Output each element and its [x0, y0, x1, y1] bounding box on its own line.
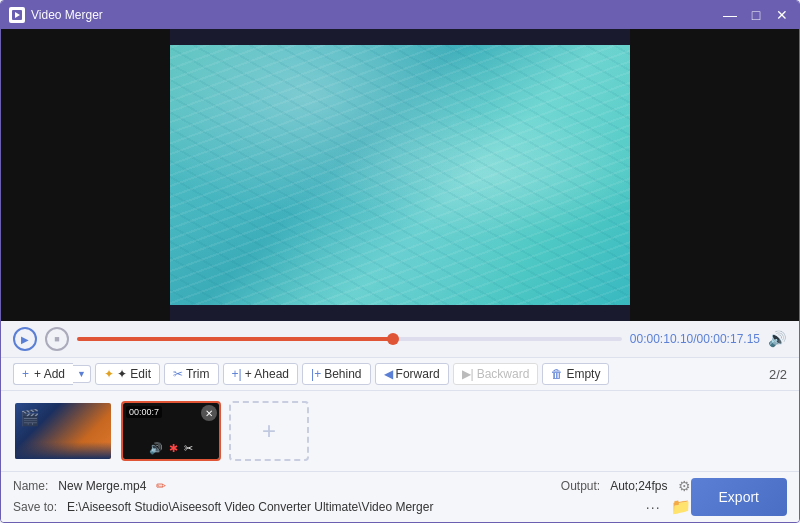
trim-icon: ✂ — [173, 367, 183, 381]
time-display: 00:00:10.10/00:00:17.15 — [630, 332, 760, 346]
video-area — [1, 29, 799, 321]
close-button[interactable]: ✕ — [773, 6, 791, 24]
maximize-button[interactable]: □ — [747, 6, 765, 24]
clip-item[interactable]: 🎬 — [13, 401, 113, 461]
save-row: Save to: E:\Aiseesoft Studio\Aiseesoft V… — [13, 497, 691, 516]
video-preview — [170, 45, 630, 305]
add-button[interactable]: + + Add — [13, 363, 73, 385]
titlebar: Video Merger — □ ✕ — [1, 1, 799, 29]
folder-icon[interactable]: 📁 — [671, 497, 691, 516]
video-lines — [170, 45, 630, 305]
play-button[interactable]: ▶ — [13, 327, 37, 351]
output-settings-icon[interactable]: ⚙ — [678, 478, 691, 494]
edit-icon: ✦ — [104, 367, 114, 381]
clip-close-button[interactable]: ✕ — [201, 405, 217, 421]
minimize-button[interactable]: — — [721, 6, 739, 24]
clip-item-active[interactable]: 00:00:7 ✕ 🔊 ✱ ✂ — [121, 401, 221, 461]
add-clip-icon: + — [262, 417, 276, 445]
more-options-button[interactable]: ··· — [646, 499, 661, 515]
clip-audio-icon: 🔊 — [149, 442, 163, 455]
output-value: Auto;24fps — [610, 479, 667, 493]
behind-button[interactable]: |+ Behind — [302, 363, 371, 385]
empty-button[interactable]: 🗑 Empty — [542, 363, 609, 385]
ahead-icon: +| — [232, 367, 242, 381]
trash-icon: 🗑 — [551, 367, 563, 381]
edit-button[interactable]: ✦ ✦ Edit — [95, 363, 160, 385]
clip-thumbnail-2: 00:00:7 ✕ 🔊 ✱ ✂ — [123, 403, 219, 459]
ahead-button[interactable]: +| + Ahead — [223, 363, 299, 385]
name-value: New Merge.mp4 — [58, 479, 146, 493]
progress-bar[interactable] — [77, 337, 622, 341]
forward-button[interactable]: ◀ Forward — [375, 363, 449, 385]
page-indicator: 2/2 — [769, 367, 787, 382]
save-label: Save to: — [13, 500, 57, 514]
clip-cut-icon: ✂ — [184, 442, 193, 455]
backward-icon: ▶| — [462, 367, 474, 381]
clip-thumbnail-1: 🎬 — [15, 403, 111, 459]
progress-fill — [77, 337, 393, 341]
toolbar: + + Add ▼ ✦ ✦ Edit ✂ Trim +| + Ahead |+ … — [1, 358, 799, 391]
add-dropdown-arrow[interactable]: ▼ — [73, 365, 91, 383]
add-icon: + — [22, 367, 29, 381]
play-icon: ▶ — [21, 334, 29, 345]
export-button[interactable]: Export — [691, 478, 787, 516]
save-path: E:\Aiseesoft Studio\Aiseesoft Video Conv… — [67, 500, 636, 514]
name-row: Name: New Merge.mp4 ✏ Output: Auto;24fps… — [13, 478, 691, 494]
app-icon — [9, 7, 25, 23]
clips-area: 🎬 00:00:7 ✕ 🔊 ✱ ✂ + — [1, 391, 799, 471]
clip-icons: 🔊 ✱ ✂ — [123, 442, 219, 455]
window-title: Video Merger — [31, 8, 721, 22]
name-label: Name: — [13, 479, 48, 493]
video-right-padding — [630, 29, 799, 321]
add-button-group: + + Add ▼ — [13, 363, 91, 385]
controls-bar: ▶ ■ 00:00:10.10/00:00:17.15 🔊 — [1, 321, 799, 358]
behind-icon: |+ — [311, 367, 321, 381]
bottom-bar: Name: New Merge.mp4 ✏ Output: Auto;24fps… — [1, 471, 799, 522]
name-edit-icon[interactable]: ✏ — [156, 479, 166, 493]
stop-icon: ■ — [54, 334, 59, 344]
window-controls: — □ ✕ — [721, 6, 791, 24]
progress-thumb[interactable] — [387, 333, 399, 345]
clip-delete-icon: ✱ — [169, 442, 178, 455]
clip-time-badge: 00:00:7 — [126, 406, 162, 418]
trim-button[interactable]: ✂ Trim — [164, 363, 219, 385]
forward-icon: ◀ — [384, 367, 393, 381]
app-window: Video Merger — □ ✕ ▶ ■ 00:00:10.10/00:00… — [0, 0, 800, 523]
bottom-info: Name: New Merge.mp4 ✏ Output: Auto;24fps… — [13, 478, 691, 516]
add-clip-button[interactable]: + — [229, 401, 309, 461]
output-label: Output: — [561, 479, 600, 493]
stop-button[interactable]: ■ — [45, 327, 69, 351]
volume-icon[interactable]: 🔊 — [768, 330, 787, 348]
backward-button[interactable]: ▶| Backward — [453, 363, 539, 385]
video-left-padding — [1, 29, 170, 321]
